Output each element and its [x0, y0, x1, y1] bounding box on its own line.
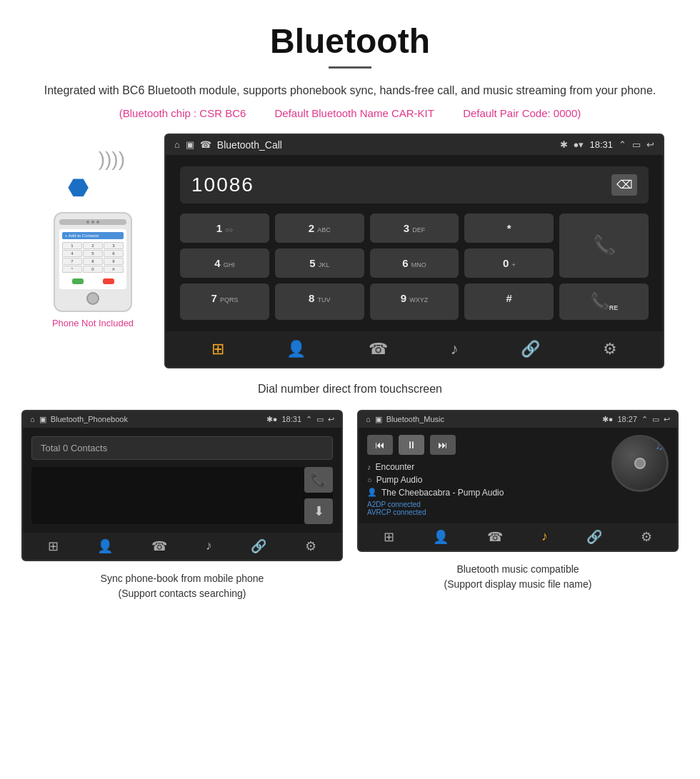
music-section: ⌂ ▣ Bluetooth_Music ✱● 18:27 ⌃ ▭ ↩ ⏮ ⏸ ⏭	[357, 410, 679, 604]
keypad-tab-icon[interactable]: ⊞	[211, 340, 224, 358]
settings-music-icon[interactable]: ⚙	[641, 529, 652, 545]
key-7[interactable]: 7 PQRS	[180, 283, 269, 320]
back-music-icon[interactable]: ↩	[664, 415, 670, 424]
phone-add-contact-label: + Add to Contacts	[62, 232, 124, 239]
call-green-button[interactable]: 📞	[559, 213, 649, 278]
recall-button[interactable]: 📞RE	[559, 283, 649, 320]
phonebook-statusbar: ⌂ ▣ Bluetooth_Phonebook ✱● 18:31 ⌃ ▭ ↩	[23, 411, 341, 428]
phonebook-bottombar: ⊞ 👤 ☎ ♪ 🔗 ⚙	[23, 533, 341, 560]
music-note-icon: ♫	[656, 441, 664, 452]
key-2[interactable]: 2 ABC	[275, 213, 364, 243]
phonebook-content: Total 0 Contacts 📞 ⬇	[23, 428, 341, 533]
key-4[interactable]: 4 GHI	[180, 248, 269, 278]
dial-number-display: 10086	[191, 174, 611, 196]
bt-status-icon: ✱	[560, 139, 568, 150]
link-pb-icon[interactable]: 🔗	[251, 538, 266, 554]
contacts-music-icon[interactable]: 👤	[433, 529, 449, 545]
phone-key-hash[interactable]: #	[104, 266, 124, 273]
prev-button[interactable]: ⏮	[367, 435, 393, 455]
phone-home-button[interactable]	[86, 292, 99, 305]
expand-pb-icon: ⌃	[306, 415, 312, 424]
settings-pb-icon[interactable]: ⚙	[305, 538, 316, 554]
back-icon[interactable]: ↩	[646, 139, 654, 150]
phone-bottom-bar	[62, 276, 124, 286]
disc-icon: ○	[367, 476, 372, 484]
music-content: ⏮ ⏸ ⏭ ♪ Encounter ○ Pump Audio 👤 The	[359, 428, 677, 523]
phone-key-star[interactable]: *	[62, 266, 82, 273]
link-music-icon[interactable]: 🔗	[586, 529, 602, 545]
link-tab-icon[interactable]: 🔗	[521, 340, 540, 358]
spec-chip: (Bluetooth chip : CSR BC6	[119, 107, 246, 119]
key-1[interactable]: 1 ○○	[180, 213, 269, 243]
music-caption: Bluetooth music compatible (Support disp…	[357, 559, 679, 595]
key-6[interactable]: 6 MNO	[370, 248, 459, 278]
settings-tab-icon[interactable]: ⚙	[603, 340, 617, 358]
backspace-button[interactable]: ⌫	[611, 174, 637, 196]
phone-key-2[interactable]: 2	[83, 242, 103, 249]
key-star[interactable]: *	[464, 213, 554, 243]
phone-key-4[interactable]: 4	[62, 250, 82, 257]
calls-music-icon[interactable]: ☎	[487, 529, 503, 545]
music-bottombar: ⊞ 👤 ☎ ♪ 🔗 ⚙	[359, 523, 677, 551]
avrcp-status: AVRCP connected	[367, 508, 604, 516]
track1-row: ♪ Encounter	[367, 462, 604, 472]
phone-key-5[interactable]: 5	[83, 250, 103, 257]
phone-key-3[interactable]: 3	[104, 242, 124, 249]
play-button[interactable]: ⏸	[399, 435, 424, 455]
phone-end-button[interactable]	[103, 278, 114, 284]
key-8[interactable]: 8 TUV	[275, 283, 364, 320]
key-hash[interactable]: #	[464, 283, 554, 320]
call-screen-time: 18:31	[589, 139, 613, 150]
music-music-icon[interactable]: ♪	[541, 529, 548, 544]
phonebook-download-button[interactable]: ⬇	[304, 498, 333, 524]
next-button[interactable]: ⏭	[430, 435, 456, 455]
phonebook-caption-line2: (Support contacts searching)	[119, 588, 246, 599]
music-tab-icon[interactable]: ♪	[451, 340, 459, 358]
music-caption-line2: (Support display music file name)	[444, 578, 592, 590]
key-3[interactable]: 3 DEF	[370, 213, 459, 243]
key-9[interactable]: 9 WXYZ	[370, 283, 459, 320]
expand-icon: ⌃	[619, 139, 626, 150]
bottom-screenshots: ⌂ ▣ Bluetooth_Phonebook ✱● 18:31 ⌃ ▭ ↩ T…	[0, 410, 700, 618]
phone-key-6[interactable]: 6	[104, 250, 124, 257]
album-center-dot	[634, 458, 646, 469]
back-pb-icon[interactable]: ↩	[328, 415, 334, 424]
home-icon: ⌂	[174, 139, 180, 150]
spec-code: Default Pair Code: 0000)	[463, 107, 581, 119]
dialpad-container: 10086 ⌫ 1 ○○ 2 ABC 3 DEF * 📞 4 GHI 5 JKL…	[166, 155, 663, 331]
contacts-tab-icon[interactable]: 👤	[286, 340, 306, 358]
phone-dot	[96, 221, 99, 223]
main-area: )))) ⬣ + Add to Contacts 1 2 3 4 5 6 7	[0, 134, 700, 376]
call-log-icon[interactable]: ☎	[369, 340, 388, 358]
phonebook-call-button[interactable]: 📞	[304, 467, 333, 493]
phone-not-included-label: Phone Not Included	[52, 318, 134, 328]
phone-key-8[interactable]: 8	[83, 258, 103, 265]
album-art: ♫	[611, 435, 669, 492]
phone-key-1[interactable]: 1	[62, 242, 82, 249]
sim-icon: ▣	[186, 139, 194, 150]
calls-pb-icon[interactable]: ☎	[151, 538, 167, 554]
window-music-icon: ▭	[652, 415, 659, 424]
phonebook-search-box[interactable]: Total 0 Contacts	[31, 436, 333, 460]
key-0[interactable]: 0 +	[464, 248, 554, 278]
phonebook-list-area: 📞 ⬇	[31, 467, 333, 524]
phone-key-0[interactable]: 0	[83, 266, 103, 273]
music-pb-icon[interactable]: ♪	[206, 538, 212, 553]
car-screen-music: ⌂ ▣ Bluetooth_Music ✱● 18:27 ⌃ ▭ ↩ ⏮ ⏸ ⏭	[357, 410, 679, 552]
contacts-pb-icon[interactable]: 👤	[97, 538, 113, 554]
call-caption: Dial number direct from touchscreen	[0, 376, 700, 410]
keypad-music-icon[interactable]: ⊞	[384, 529, 394, 545]
window-pb-icon: ▭	[316, 415, 324, 424]
key-5[interactable]: 5 JKL	[275, 248, 364, 278]
phone-image: + Add to Contacts 1 2 3 4 5 6 7 8 9 * 0 …	[54, 212, 132, 312]
keypad-pb-icon[interactable]: ⊞	[48, 538, 59, 554]
music-caption-line1: Bluetooth music compatible	[456, 563, 579, 575]
phonebook-caption: Sync phone-book from mobile phone (Suppo…	[21, 568, 343, 604]
phone-key-9[interactable]: 9	[104, 258, 124, 265]
phone-key-7[interactable]: 7	[62, 258, 82, 265]
bt-music-icon: ✱●	[602, 415, 614, 424]
phone-call-button[interactable]	[72, 278, 84, 284]
keypad-grid: 1 ○○ 2 ABC 3 DEF * 📞 4 GHI 5 JKL 6 MNO 0…	[180, 213, 649, 320]
music-title: Bluetooth_Music	[386, 415, 598, 423]
phone-side: )))) ⬣ + Add to Contacts 1 2 3 4 5 6 7	[36, 134, 150, 328]
